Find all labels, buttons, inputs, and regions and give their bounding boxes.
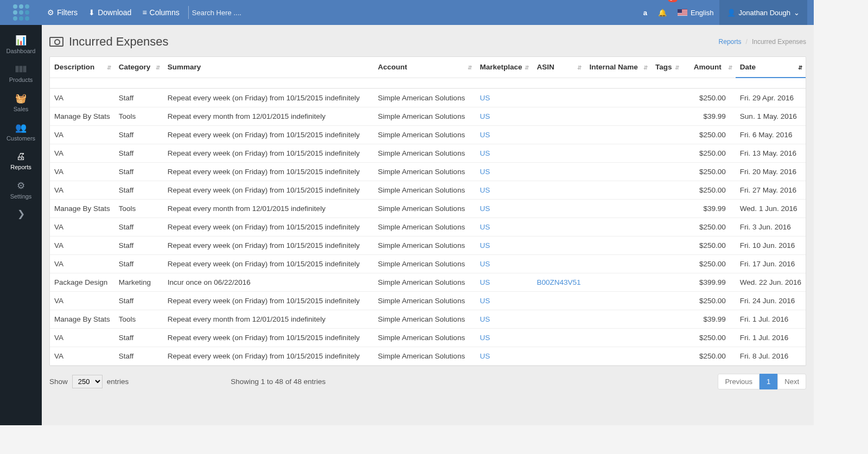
columns-button[interactable]: ≡ Columns xyxy=(137,0,184,25)
sidebar-item-products[interactable]: ⦀⦀⦀ Products xyxy=(0,60,42,88)
toolbar-divider xyxy=(188,6,189,19)
filters-label: Filters xyxy=(57,8,78,17)
table-row[interactable]: VAStaffRepeat every week (on Friday) fro… xyxy=(50,291,806,310)
table-row[interactable]: Manage By StatsToolsRepeat every month f… xyxy=(50,107,806,125)
cell-tags xyxy=(651,347,682,365)
table-row[interactable]: VAStaffRepeat every week (on Friday) fro… xyxy=(50,347,806,365)
cell-asin xyxy=(532,347,585,365)
cell-tags xyxy=(651,162,682,181)
cell-description: VA xyxy=(50,328,114,347)
cell-summary: Repeat every week (on Friday) from 10/15… xyxy=(163,291,374,310)
marketplace-link[interactable]: US xyxy=(480,297,490,305)
amazon-link[interactable]: a xyxy=(638,0,653,25)
marketplace-link[interactable]: US xyxy=(480,278,490,286)
sidebar-item-sales[interactable]: 🧺 Sales xyxy=(0,88,42,118)
cell-account: Simple American Solutions xyxy=(374,125,476,144)
marketplace-link[interactable]: US xyxy=(480,241,490,250)
marketplace-link[interactable]: US xyxy=(480,204,490,213)
download-button[interactable]: ⬇ Download xyxy=(83,0,137,25)
marketplace-link[interactable]: US xyxy=(480,352,490,360)
table-row[interactable]: VAStaffRepeat every week (on Friday) fro… xyxy=(50,218,806,236)
marketplace-link[interactable]: US xyxy=(480,94,490,102)
column-category[interactable]: Category⇵ xyxy=(114,57,163,78)
marketplace-link[interactable]: US xyxy=(480,131,490,139)
language-switcher[interactable]: English xyxy=(672,0,719,25)
app-logo[interactable] xyxy=(0,0,42,25)
cell-internal-name xyxy=(585,199,651,218)
pager-prev[interactable]: Previous xyxy=(718,374,760,389)
notifications-button[interactable]: 🔔 9+ xyxy=(653,0,672,25)
column-marketplace[interactable]: Marketplace⇵ xyxy=(475,57,532,78)
column-internal-name[interactable]: Internal Name⇵ xyxy=(585,57,651,78)
sidebar-item-reports[interactable]: 🖨 Reports xyxy=(0,147,42,176)
column-tags[interactable]: Tags⇵ xyxy=(651,57,682,78)
marketplace-link[interactable]: US xyxy=(480,112,490,120)
sort-icon: ⇵ xyxy=(577,65,582,69)
cell-amount: $399.99 xyxy=(682,273,736,291)
chevron-down-icon: ⌄ xyxy=(794,9,800,17)
column-description[interactable]: Description⇵ xyxy=(50,57,114,78)
sidebar-label: Customers xyxy=(7,135,35,142)
column-amount[interactable]: Amount⇵ xyxy=(682,57,736,78)
table-row[interactable]: Manage By StatsToolsRepeat every month f… xyxy=(50,199,806,218)
cell-category: Marketing xyxy=(114,273,163,291)
breadcrumb-separator: / xyxy=(746,38,748,46)
cell-asin xyxy=(532,181,585,199)
table-row[interactable]: VAStaffRepeat every week (on Friday) fro… xyxy=(50,328,806,347)
column-summary[interactable]: Summary xyxy=(163,57,374,78)
cell-summary: Repeat every week (on Friday) from 10/15… xyxy=(163,236,374,254)
column-date[interactable]: Date⇵ xyxy=(736,57,806,78)
marketplace-link[interactable]: US xyxy=(480,168,490,176)
cell-asin xyxy=(532,310,585,328)
cell-tags xyxy=(651,218,682,236)
table-row[interactable]: VAStaffRepeat every week (on Friday) fro… xyxy=(50,88,806,107)
cell-tags xyxy=(651,199,682,218)
sidebar-item-settings[interactable]: ⚙ Settings xyxy=(0,176,42,205)
column-account[interactable]: Account⇵ xyxy=(374,57,476,78)
marketplace-link[interactable]: US xyxy=(480,260,490,268)
marketplace-link[interactable]: US xyxy=(480,186,490,194)
cell-tags xyxy=(651,144,682,162)
cell-internal-name xyxy=(585,236,651,254)
table-row[interactable]: VAStaffRepeat every week (on Friday) fro… xyxy=(50,125,806,144)
table-row[interactable]: Manage By StatsToolsRepeat every month f… xyxy=(50,310,806,328)
sidebar-expand[interactable]: ❯ xyxy=(0,205,42,225)
page-size-select[interactable]: 250 xyxy=(72,375,103,388)
language-label: English xyxy=(691,9,714,17)
cell-category: Staff xyxy=(114,181,163,199)
table-row[interactable]: VAStaffRepeat every week (on Friday) fro… xyxy=(50,254,806,273)
search-input[interactable] xyxy=(192,9,290,17)
topbar: ⚙ Filters ⬇ Download ≡ Columns a 🔔 9+ En… xyxy=(0,0,814,25)
pager-next[interactable]: Next xyxy=(777,374,806,389)
cell-account: Simple American Solutions xyxy=(374,88,476,107)
main-content: Incurred Expenses Reports / Incurred Exp… xyxy=(42,25,814,425)
cell-account: Simple American Solutions xyxy=(374,291,476,310)
table-row[interactable]: VAStaffRepeat every week (on Friday) fro… xyxy=(50,236,806,254)
cell-account: Simple American Solutions xyxy=(374,328,476,347)
sidebar: 📊 Dashboard ⦀⦀⦀ Products 🧺 Sales 👥 Custo… xyxy=(0,25,42,425)
user-menu[interactable]: 👤 Jonathan Dough ⌄ xyxy=(719,0,807,25)
cell-tags xyxy=(651,125,682,144)
cell-amount: $39.99 xyxy=(682,199,736,218)
table-row[interactable]: Package DesignMarketingIncur once on 06/… xyxy=(50,273,806,291)
table-row[interactable]: VAStaffRepeat every week (on Friday) fro… xyxy=(50,144,806,162)
pager-page-1[interactable]: 1 xyxy=(760,374,777,389)
sort-icon: ⇵ xyxy=(107,65,111,69)
marketplace-link[interactable]: US xyxy=(480,149,490,157)
marketplace-link[interactable]: US xyxy=(480,315,490,323)
filters-button[interactable]: ⚙ Filters xyxy=(42,0,83,25)
table-row-partial[interactable]: ......... xyxy=(50,78,806,88)
table-row[interactable]: VAStaffRepeat every week (on Friday) fro… xyxy=(50,181,806,199)
column-asin[interactable]: ASIN⇵ xyxy=(532,57,585,78)
table-row[interactable]: VAStaffRepeat every week (on Friday) fro… xyxy=(50,162,806,181)
cell-asin: B00ZN43V51 xyxy=(532,273,585,291)
sidebar-item-dashboard[interactable]: 📊 Dashboard xyxy=(0,30,42,60)
sidebar-item-customers[interactable]: 👥 Customers xyxy=(0,118,42,147)
cell-summary: Repeat every week (on Friday) from 10/15… xyxy=(163,181,374,199)
marketplace-link[interactable]: US xyxy=(480,334,490,342)
sort-icon: ⇵ xyxy=(156,65,160,69)
marketplace-link[interactable]: US xyxy=(480,223,490,231)
breadcrumb-reports[interactable]: Reports xyxy=(719,38,742,46)
cell-date: Fri. 17 Jun. 2016 xyxy=(736,254,806,273)
cell-tags xyxy=(651,310,682,328)
